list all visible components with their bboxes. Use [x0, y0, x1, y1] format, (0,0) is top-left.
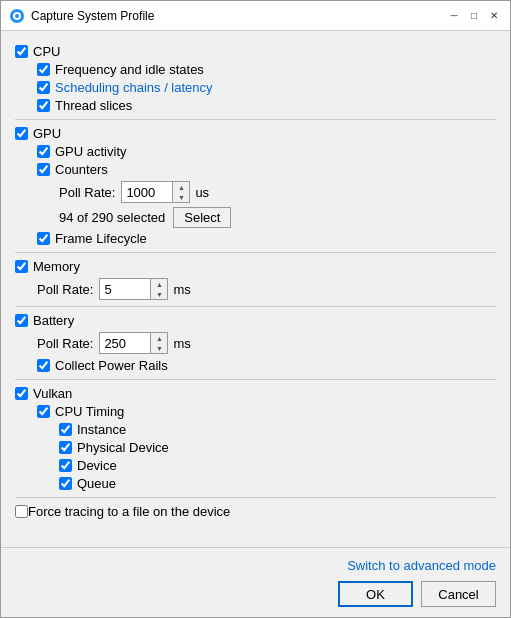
memory-poll-rate-unit: ms [173, 282, 190, 297]
cpu-label[interactable]: CPU [33, 44, 60, 59]
vulkan-device-checkbox[interactable] [59, 459, 72, 472]
gpu-activity-row: GPU activity [37, 144, 496, 159]
memory-poll-rate-input[interactable] [100, 279, 150, 299]
memory-poll-rate-label: Poll Rate: [37, 282, 93, 297]
maximize-button[interactable]: □ [466, 8, 482, 24]
cpu-section: CPU Frequency and idle states Scheduling… [15, 44, 496, 113]
vulkan-cpu-timing-row: CPU Timing [37, 404, 496, 419]
battery-checkbox-row: Battery [15, 313, 496, 328]
cpu-sched-checkbox[interactable] [37, 81, 50, 94]
vulkan-queue-checkbox[interactable] [59, 477, 72, 490]
gpu-label[interactable]: GPU [33, 126, 61, 141]
battery-poll-rate-arrows: ▲ ▼ [150, 333, 167, 353]
vulkan-phys-device-checkbox[interactable] [59, 441, 72, 454]
footer: Switch to advanced mode OK Cancel [1, 547, 510, 617]
footer-buttons: OK Cancel [15, 581, 496, 607]
memory-poll-rate-down[interactable]: ▼ [151, 289, 167, 299]
battery-poll-rate-spinbox: ▲ ▼ [99, 332, 168, 354]
gpu-poll-rate-arrows: ▲ ▼ [172, 182, 189, 202]
cpu-thread-checkbox[interactable] [37, 99, 50, 112]
battery-poll-rate-down[interactable]: ▼ [151, 343, 167, 353]
gpu-frame-lifecycle-row: Frame Lifecycle [37, 231, 496, 246]
battery-children: Poll Rate: ▲ ▼ ms Collect Power Rails [15, 332, 496, 373]
memory-checkbox[interactable] [15, 260, 28, 273]
svg-point-2 [15, 14, 19, 18]
gpu-frame-label[interactable]: Frame Lifecycle [55, 231, 147, 246]
cpu-freq-label[interactable]: Frequency and idle states [55, 62, 204, 77]
vulkan-instance-label[interactable]: Instance [77, 422, 126, 437]
window-controls: ─ □ ✕ [446, 8, 502, 24]
gpu-activity-label[interactable]: GPU activity [55, 144, 127, 159]
battery-poll-rate-row: Poll Rate: ▲ ▼ ms [37, 332, 496, 354]
window-icon [9, 8, 25, 24]
cpu-sched-label[interactable]: Scheduling chains / latency [55, 80, 213, 95]
gpu-select-info-row: 94 of 290 selected Select [59, 207, 496, 228]
gpu-children: GPU activity Counters Poll Rate: ▲ ▼ [15, 144, 496, 246]
gpu-poll-rate-down[interactable]: ▼ [173, 192, 189, 202]
vulkan-label[interactable]: Vulkan [33, 386, 72, 401]
gpu-poll-rate-spinbox: ▲ ▼ [121, 181, 190, 203]
battery-poll-rate-label: Poll Rate: [37, 336, 93, 351]
main-window: Capture System Profile ─ □ ✕ CPU Frequen… [0, 0, 511, 618]
gpu-counters-label[interactable]: Counters [55, 162, 108, 177]
gpu-checkbox-row: GPU [15, 126, 496, 141]
battery-poll-rate-unit: ms [173, 336, 190, 351]
vulkan-cpu-timing-label[interactable]: CPU Timing [55, 404, 124, 419]
memory-poll-rate-arrows: ▲ ▼ [150, 279, 167, 299]
vulkan-queue-label[interactable]: Queue [77, 476, 116, 491]
gpu-counters-checkbox[interactable] [37, 163, 50, 176]
cpu-thread-row: Thread slices [37, 98, 496, 113]
vulkan-checkbox[interactable] [15, 387, 28, 400]
footer-link-row: Switch to advanced mode [15, 558, 496, 573]
gpu-poll-rate-row: Poll Rate: ▲ ▼ us [59, 181, 496, 203]
vulkan-section: Vulkan CPU Timing Instance Physical Devi… [15, 386, 496, 491]
gpu-select-button[interactable]: Select [173, 207, 231, 228]
cpu-sched-row: Scheduling chains / latency [37, 80, 496, 95]
memory-poll-rate-up[interactable]: ▲ [151, 279, 167, 289]
memory-poll-rate-row: Poll Rate: ▲ ▼ ms [37, 278, 496, 300]
battery-power-rails-row: Collect Power Rails [37, 358, 496, 373]
ok-button[interactable]: OK [338, 581, 413, 607]
memory-label[interactable]: Memory [33, 259, 80, 274]
vulkan-instance-row: Instance [59, 422, 496, 437]
gpu-poll-rate-input[interactable] [122, 182, 172, 202]
cpu-freq-row: Frequency and idle states [37, 62, 496, 77]
memory-poll-rate-container: Poll Rate: ▲ ▼ ms [15, 278, 496, 300]
gpu-frame-checkbox[interactable] [37, 232, 50, 245]
battery-poll-rate-input[interactable] [100, 333, 150, 353]
vulkan-device-label[interactable]: Device [77, 458, 117, 473]
cpu-thread-label[interactable]: Thread slices [55, 98, 132, 113]
close-button[interactable]: ✕ [486, 8, 502, 24]
title-bar: Capture System Profile ─ □ ✕ [1, 1, 510, 31]
vulkan-checkbox-row: Vulkan [15, 386, 496, 401]
battery-power-checkbox[interactable] [37, 359, 50, 372]
gpu-poll-rate-up[interactable]: ▲ [173, 182, 189, 192]
gpu-counters-row: Counters [37, 162, 496, 177]
battery-power-label[interactable]: Collect Power Rails [55, 358, 168, 373]
gpu-activity-checkbox[interactable] [37, 145, 50, 158]
gpu-section: GPU GPU activity Counters Poll Rate: [15, 126, 496, 246]
vulkan-cpu-timing-checkbox[interactable] [37, 405, 50, 418]
gpu-selection-info: 94 of 290 selected [59, 210, 165, 225]
vulkan-phys-device-row: Physical Device [59, 440, 496, 455]
battery-label[interactable]: Battery [33, 313, 74, 328]
cpu-checkbox-row: CPU [15, 44, 496, 59]
force-tracing-label[interactable]: Force tracing to a file on the device [28, 504, 230, 519]
gpu-poll-rate-label: Poll Rate: [59, 185, 115, 200]
vulkan-children: CPU Timing Instance Physical Device Devi… [15, 404, 496, 491]
force-tracing-row: Force tracing to a file on the device [15, 504, 496, 519]
memory-checkbox-row: Memory [15, 259, 496, 274]
minimize-button[interactable]: ─ [446, 8, 462, 24]
gpu-checkbox[interactable] [15, 127, 28, 140]
vulkan-phys-device-label[interactable]: Physical Device [77, 440, 169, 455]
battery-checkbox[interactable] [15, 314, 28, 327]
vulkan-queue-row: Queue [59, 476, 496, 491]
battery-poll-rate-up[interactable]: ▲ [151, 333, 167, 343]
switch-advanced-link[interactable]: Switch to advanced mode [347, 558, 496, 573]
cpu-checkbox[interactable] [15, 45, 28, 58]
vulkan-instance-checkbox[interactable] [59, 423, 72, 436]
cpu-freq-checkbox[interactable] [37, 63, 50, 76]
cancel-button[interactable]: Cancel [421, 581, 496, 607]
memory-section: Memory Poll Rate: ▲ ▼ ms [15, 259, 496, 300]
force-tracing-checkbox[interactable] [15, 505, 28, 518]
